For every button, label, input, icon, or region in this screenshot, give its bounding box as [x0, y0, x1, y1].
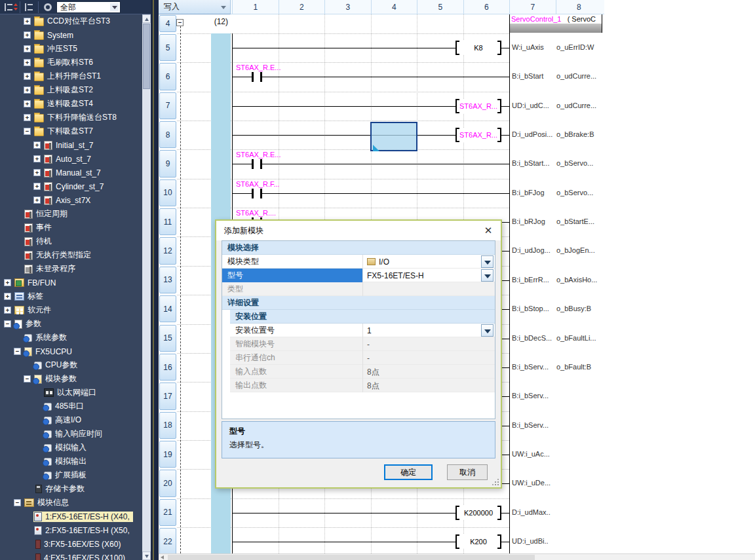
- collapse-toggle-icon[interactable]: −: [4, 320, 11, 327]
- tree-item[interactable]: 恒定周期: [0, 207, 142, 221]
- tree-item[interactable]: +Manual_st_7: [0, 166, 142, 179]
- tree-item[interactable]: +FB/FUN: [0, 276, 142, 289]
- property-value[interactable]: I/O: [367, 255, 480, 269]
- row-number-cell[interactable]: 11: [159, 208, 176, 235]
- row-number-cell[interactable]: 7: [159, 92, 176, 119]
- tree-item[interactable]: +标签: [0, 289, 142, 303]
- expand-toggle-icon[interactable]: +: [33, 169, 41, 176]
- row-number-cell[interactable]: 21: [159, 499, 176, 526]
- dropdown-button[interactable]: [481, 255, 494, 268]
- tree-item[interactable]: 输入响应时间: [0, 427, 142, 441]
- tree-item[interactable]: +冲压ST5: [0, 42, 142, 56]
- tree-item[interactable]: −FX5UCPU: [0, 345, 142, 358]
- contact-symbol[interactable]: [252, 189, 254, 198]
- rung-wire[interactable]: [232, 193, 509, 194]
- ok-button[interactable]: 确定: [384, 464, 433, 480]
- tree-item[interactable]: 模拟输入: [0, 441, 142, 455]
- row-number-cell[interactable]: 8: [159, 121, 176, 148]
- expand-toggle-icon[interactable]: +: [24, 45, 31, 52]
- tree-item[interactable]: +System: [0, 28, 142, 42]
- constant-operand[interactable]: K200: [455, 534, 501, 549]
- rung-wire[interactable]: [232, 77, 509, 77]
- rung-collapse-toggle[interactable]: −: [176, 19, 184, 26]
- tree-item[interactable]: 事件: [0, 221, 142, 234]
- tree-sort-icon[interactable]: [2, 1, 16, 13]
- expand-toggle-icon[interactable]: +: [24, 18, 31, 25]
- tree-item[interactable]: 3:FX5-16EX/ES (X60): [0, 537, 142, 551]
- row-number-cell[interactable]: 5: [159, 34, 176, 61]
- dropdown-button[interactable]: [481, 324, 494, 337]
- expand-toggle-icon[interactable]: +: [24, 73, 31, 80]
- scroll-up-icon[interactable]: [142, 14, 151, 23]
- row-number-cell[interactable]: 19: [159, 441, 176, 468]
- contact-symbol[interactable]: [252, 72, 254, 82]
- tree-item[interactable]: −下料吸盘ST7: [0, 124, 142, 138]
- contact-symbol[interactable]: [260, 189, 262, 198]
- expand-toggle-icon[interactable]: +: [24, 114, 31, 121]
- tree-item[interactable]: 高速I/O: [0, 413, 142, 427]
- scroll-down-icon[interactable]: [142, 551, 151, 560]
- tree-item[interactable]: +下料升降输送台ST8: [0, 111, 142, 124]
- tree-item[interactable]: 存储卡参数: [0, 482, 142, 496]
- expand-toggle-icon[interactable]: +: [33, 196, 41, 204]
- row-number-cell[interactable]: 10: [159, 179, 176, 206]
- row-number-cell[interactable]: 13: [159, 267, 176, 293]
- tree-item[interactable]: +Axis_st7X: [0, 193, 142, 207]
- expand-toggle-icon[interactable]: +: [24, 86, 31, 94]
- contact-symbol[interactable]: [252, 159, 254, 169]
- tree-item[interactable]: 待机: [0, 234, 142, 248]
- row-number-cell[interactable]: 16: [159, 354, 176, 381]
- tree-item[interactable]: +毛刷取料ST6: [0, 56, 142, 69]
- cancel-button[interactable]: 取消: [447, 464, 488, 480]
- expand-toggle-icon[interactable]: +: [33, 183, 41, 190]
- expand-toggle-icon[interactable]: +: [33, 155, 41, 162]
- tree-item[interactable]: +送料吸盘ST4: [0, 97, 142, 111]
- tree-scrollbar[interactable]: [142, 14, 151, 560]
- tree-item[interactable]: +上料吸盘ST2: [0, 83, 142, 97]
- resize-grip-icon[interactable]: [492, 479, 499, 485]
- close-icon[interactable]: ✕: [482, 225, 494, 236]
- tree-item[interactable]: −参数: [0, 317, 142, 331]
- tree-item[interactable]: +Auto_st_7: [0, 152, 142, 166]
- contact-symbol[interactable]: [260, 72, 262, 82]
- tree-item[interactable]: 未登录程序: [0, 262, 142, 276]
- tree-item[interactable]: 485串口: [0, 400, 142, 413]
- expand-toggle-icon[interactable]: +: [4, 279, 11, 286]
- row-number-cell[interactable]: 6: [159, 63, 176, 90]
- expand-toggle-icon[interactable]: +: [33, 141, 41, 149]
- hscrollbar-thumb[interactable]: [168, 555, 535, 560]
- row-number-cell[interactable]: 22: [159, 528, 176, 555]
- tree-item[interactable]: +上料升降台ST1: [0, 69, 142, 83]
- contact-symbol[interactable]: [260, 159, 262, 169]
- rung-wire[interactable]: [232, 164, 509, 164]
- expand-toggle-icon[interactable]: +: [24, 31, 31, 39]
- expand-toggle-icon[interactable]: +: [24, 100, 31, 107]
- tree-filter-dropdown[interactable]: 全部: [56, 1, 121, 13]
- tree-item[interactable]: −模块信息: [0, 496, 142, 510]
- row-number-cell[interactable]: 4: [159, 15, 176, 32]
- tree-item[interactable]: +CCD对位平台ST3: [0, 14, 142, 28]
- row-number-cell[interactable]: 12: [159, 237, 176, 264]
- property-value[interactable]: FX5-16ET/ES-H: [367, 269, 480, 282]
- tree-item[interactable]: +Cylinder_st_7: [0, 179, 142, 193]
- row-number-cell[interactable]: 9: [159, 150, 176, 177]
- expand-toggle-icon[interactable]: +: [24, 59, 31, 66]
- tree-item[interactable]: 模拟输出: [0, 455, 142, 468]
- tree-item[interactable]: 以太网端口: [0, 386, 142, 400]
- device-operand[interactable]: ST6AX_R...: [455, 128, 501, 142]
- constant-operand[interactable]: K8: [455, 41, 501, 55]
- tree-item[interactable]: 无执行类型指定: [0, 248, 142, 262]
- pane-splitter[interactable]: [151, 0, 159, 560]
- row-number-cell[interactable]: 18: [159, 412, 176, 439]
- collapse-toggle-icon[interactable]: −: [14, 348, 21, 355]
- collapse-toggle-icon[interactable]: −: [24, 128, 31, 135]
- device-operand[interactable]: ST6AX_R...: [455, 99, 501, 113]
- scrollbar-thumb[interactable]: [143, 24, 150, 89]
- row-number-cell[interactable]: 15: [159, 325, 176, 352]
- scroll-left-icon[interactable]: [161, 555, 164, 559]
- tree-item[interactable]: 4:FX5-16EX/ES (X100): [0, 551, 142, 560]
- row-number-cell[interactable]: 17: [159, 383, 176, 409]
- tree-item[interactable]: 1:FX5-16ET/ES-H (X40,: [0, 510, 142, 523]
- tree-item[interactable]: 系统参数: [0, 331, 142, 345]
- collapse-toggle-icon[interactable]: −: [24, 375, 31, 383]
